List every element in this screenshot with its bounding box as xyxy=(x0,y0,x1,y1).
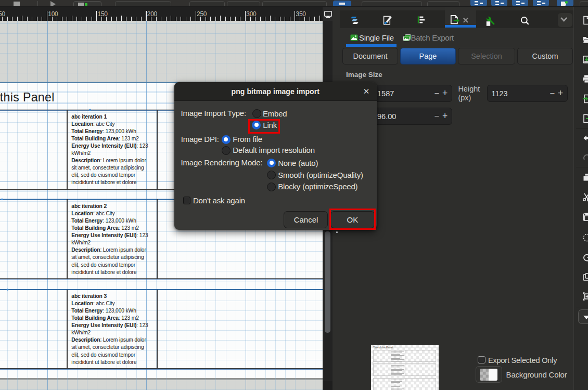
svg-text:50: 50 xyxy=(0,10,5,18)
svg-text:100: 100 xyxy=(48,10,58,18)
svg-text:200: 200 xyxy=(147,10,158,18)
svg-text:150: 150 xyxy=(98,10,108,18)
svg-text:250: 250 xyxy=(197,10,207,18)
svg-text:350: 350 xyxy=(296,10,306,18)
svg-text:300: 300 xyxy=(246,10,257,18)
